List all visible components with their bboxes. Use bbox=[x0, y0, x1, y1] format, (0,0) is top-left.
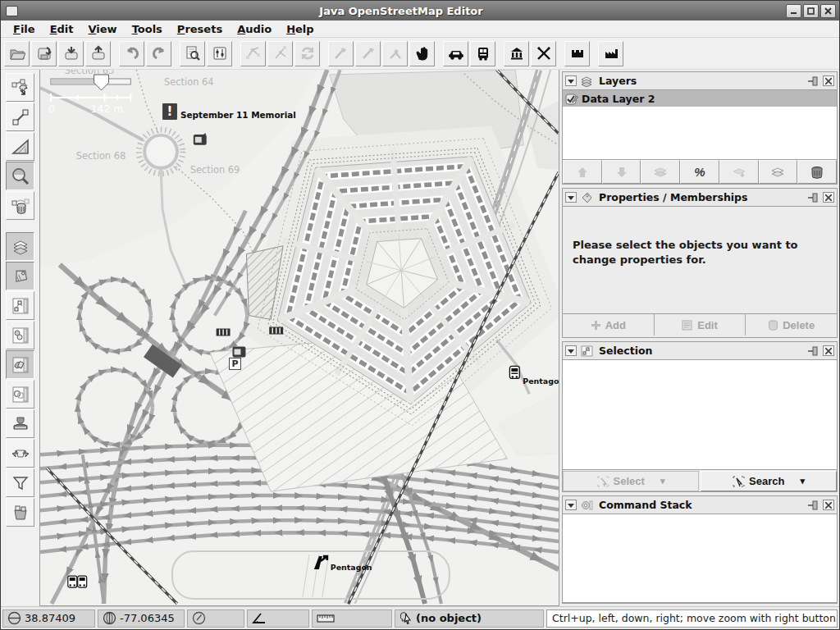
menu-view[interactable]: View bbox=[81, 21, 125, 37]
split-way-button[interactable] bbox=[267, 41, 293, 66]
angle-icon bbox=[252, 612, 267, 624]
collapse-icon[interactable] bbox=[565, 75, 577, 86]
visibility-icon: % bbox=[694, 165, 705, 179]
toggle-filter-button[interactable] bbox=[6, 468, 34, 497]
menu-tools[interactable]: Tools bbox=[125, 21, 170, 37]
toggle-relations-button[interactable] bbox=[6, 321, 34, 349]
unglue-way-button[interactable] bbox=[328, 41, 354, 66]
layer-merge-button[interactable] bbox=[641, 160, 680, 184]
layer-visibility-button[interactable]: % bbox=[680, 160, 719, 184]
delete-tag-button[interactable]: Delete bbox=[746, 314, 837, 336]
hovered-object-value: (no object) bbox=[416, 612, 482, 624]
collapse-icon[interactable] bbox=[565, 345, 577, 356]
map-canvas[interactable]: ! P bbox=[39, 70, 559, 606]
undo-icon bbox=[124, 45, 140, 62]
preferences-button[interactable] bbox=[207, 41, 232, 66]
layer-move-down-button[interactable] bbox=[602, 160, 641, 184]
copy-way-button[interactable] bbox=[355, 41, 381, 66]
toggle-layers-button[interactable] bbox=[6, 232, 34, 261]
tv-icon[interactable] bbox=[194, 134, 207, 145]
toggle-command-stack-button[interactable] bbox=[6, 409, 34, 438]
minimize-button[interactable] bbox=[786, 4, 801, 18]
search-button[interactable]: Search▾ bbox=[701, 471, 837, 491]
save-icon bbox=[36, 45, 52, 62]
preset-factory-button[interactable] bbox=[598, 41, 623, 66]
layer-merge-down-button[interactable] bbox=[719, 160, 759, 184]
select-button[interactable]: Select▾ bbox=[563, 471, 699, 491]
map-svg[interactable]: ! P bbox=[40, 70, 559, 605]
preset-museum-button[interactable] bbox=[504, 41, 529, 66]
draw-node-tool-button[interactable] bbox=[6, 103, 34, 131]
zoom-tool-button[interactable] bbox=[6, 162, 34, 190]
extrude-way-button[interactable] bbox=[382, 41, 408, 66]
history-stamp-icon bbox=[11, 414, 30, 434]
close-button[interactable] bbox=[820, 4, 836, 18]
preset-restaurant-button[interactable] bbox=[531, 41, 556, 66]
delete-tool-button[interactable] bbox=[6, 191, 34, 220]
layer-delete-button[interactable] bbox=[797, 160, 837, 184]
pin-icon[interactable] bbox=[806, 192, 819, 203]
merge-ways-button[interactable] bbox=[240, 41, 266, 66]
parking-icon[interactable]: P bbox=[230, 358, 241, 369]
bus-stop-icon-2[interactable] bbox=[68, 576, 77, 587]
search-button[interactable] bbox=[180, 41, 205, 66]
toggle-selection-button[interactable] bbox=[6, 350, 34, 379]
minimize-icon bbox=[790, 7, 797, 15]
collapse-icon[interactable] bbox=[565, 192, 577, 203]
undo-button[interactable] bbox=[119, 41, 144, 66]
bus-stop-icon[interactable] bbox=[509, 366, 519, 378]
close-icon[interactable] bbox=[823, 75, 834, 86]
open-file-button[interactable] bbox=[4, 41, 30, 66]
layer-move-up-button[interactable] bbox=[563, 160, 602, 184]
add-tag-button[interactable]: Add bbox=[563, 314, 655, 336]
tv-icon-2[interactable] bbox=[233, 346, 246, 357]
redo-button[interactable] bbox=[146, 41, 171, 66]
toggle-changesets-button[interactable] bbox=[6, 498, 34, 527]
hand-tool-button[interactable] bbox=[409, 41, 435, 66]
bus-shelter-icon[interactable] bbox=[217, 329, 231, 336]
preset-bus-button[interactable] bbox=[470, 41, 495, 66]
menu-edit[interactable]: Edit bbox=[43, 21, 81, 37]
collapse-icon[interactable] bbox=[565, 500, 577, 510]
upload-data-button[interactable] bbox=[85, 41, 111, 66]
scale-zero: 0 bbox=[48, 103, 55, 115]
pin-icon[interactable] bbox=[806, 75, 819, 87]
close-icon[interactable] bbox=[823, 500, 834, 510]
menu-presets[interactable]: Presets bbox=[170, 21, 230, 37]
toggle-properties-button[interactable] bbox=[6, 262, 34, 290]
maximize-button[interactable] bbox=[803, 4, 819, 18]
bus-icon bbox=[475, 45, 491, 62]
selection-list[interactable] bbox=[563, 359, 837, 470]
menu-help[interactable]: Help bbox=[279, 21, 321, 37]
layer-row-data-layer-2[interactable]: Data Layer 2 bbox=[563, 90, 837, 107]
menu-audio[interactable]: Audio bbox=[230, 21, 279, 37]
memorial-icon[interactable]: ! bbox=[162, 103, 177, 120]
toggle-conflicts-button[interactable] bbox=[6, 439, 34, 468]
preset-car-button[interactable] bbox=[443, 41, 468, 66]
layer-duplicate-button[interactable] bbox=[759, 160, 798, 184]
preset-castle-button[interactable] bbox=[564, 41, 590, 66]
bus-shelter-icon-2[interactable] bbox=[269, 327, 283, 335]
label-section-64: Section 64 bbox=[164, 76, 214, 88]
save-button[interactable] bbox=[31, 41, 57, 66]
pin-icon[interactable] bbox=[806, 500, 819, 511]
layers-panel: Layers Data Layer 2 % bbox=[562, 71, 838, 185]
download-data-button[interactable] bbox=[58, 41, 84, 66]
edit-tag-button[interactable]: Edit bbox=[655, 314, 746, 336]
toggle-selection-list-button[interactable] bbox=[6, 291, 34, 320]
refresh-data-button[interactable] bbox=[294, 41, 320, 66]
select-tool-button[interactable] bbox=[6, 73, 34, 102]
measure-tool-button[interactable] bbox=[6, 132, 34, 161]
heading-icon bbox=[192, 611, 206, 625]
command-stack-list[interactable] bbox=[563, 514, 837, 603]
layer-active-check-icon[interactable] bbox=[565, 93, 578, 105]
dropdown-caret-icon: ▾ bbox=[800, 476, 805, 486]
close-icon[interactable] bbox=[823, 345, 834, 356]
close-icon[interactable] bbox=[823, 192, 834, 203]
pin-icon[interactable] bbox=[806, 345, 819, 357]
bus-stop-icon-3[interactable] bbox=[78, 576, 87, 587]
dropdown-caret-icon: ▾ bbox=[660, 476, 665, 486]
toggle-map-styles-button[interactable] bbox=[6, 380, 34, 409]
layers-list[interactable]: Data Layer 2 bbox=[563, 89, 837, 160]
menu-file[interactable]: File bbox=[6, 21, 43, 37]
